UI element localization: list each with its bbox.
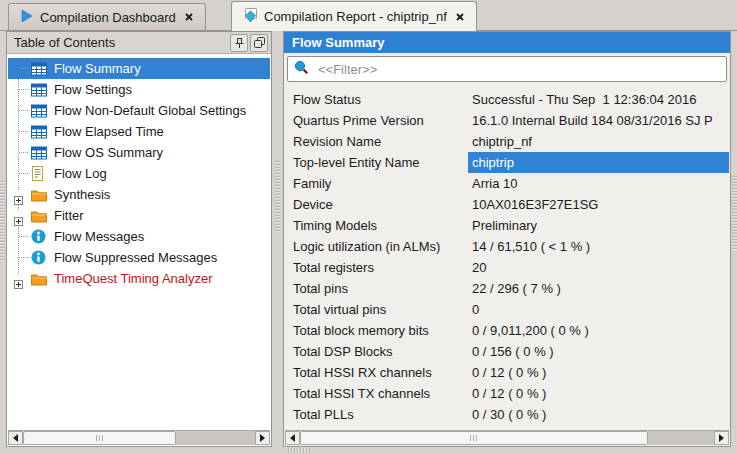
scrollbar-thumb[interactable] bbox=[300, 431, 648, 445]
report-row-timing-models[interactable]: Timing ModelsPreliminary bbox=[285, 215, 729, 236]
scroll-right-button[interactable] bbox=[255, 431, 270, 445]
toc-item-label: Flow OS Summary bbox=[54, 142, 163, 163]
flow-summary-header: Flow Summary bbox=[284, 32, 730, 53]
expand-plus-icon[interactable] bbox=[14, 211, 23, 220]
tree-guide-stub bbox=[19, 173, 28, 174]
row-label: Device bbox=[293, 194, 333, 215]
bottom-dock-splitter[interactable] bbox=[288, 448, 310, 453]
toc-item-timequest-timing-analyzer[interactable]: TimeQuest Timing Analyzer bbox=[8, 268, 270, 289]
toc-item-flow-os-summary[interactable]: Flow OS Summary bbox=[8, 142, 270, 163]
report-row-total-virtual-pins[interactable]: Total virtual pins0 bbox=[285, 299, 729, 320]
report-row-total-hssi-tx-channels[interactable]: Total HSSI TX channels0 / 12 ( 0 % ) bbox=[285, 383, 729, 404]
float-window-icon[interactable] bbox=[250, 34, 268, 52]
row-value[interactable]: 14 / 61,510 ( < 1 % ) bbox=[468, 236, 729, 257]
tree-guide-stub bbox=[19, 89, 28, 90]
row-value[interactable]: 20 bbox=[468, 257, 729, 278]
row-value[interactable]: 0 bbox=[468, 299, 729, 320]
tab-compilation-report[interactable]: Compilation Report - chiptrip_nf bbox=[231, 1, 477, 31]
row-label: Quartus Prime Version bbox=[293, 110, 424, 131]
row-value[interactable]: 16.1.0 Internal Build 184 08/31/2016 SJ … bbox=[468, 110, 729, 131]
row-value[interactable]: 0 / 12 ( 0 % ) bbox=[468, 362, 729, 383]
row-value[interactable]: Preliminary bbox=[468, 215, 729, 236]
tab-compilation-dashboard[interactable]: Compilation Dashboard bbox=[8, 3, 206, 30]
toc-item-fitter[interactable]: Fitter bbox=[8, 205, 270, 226]
expand-plus-icon[interactable] bbox=[14, 190, 23, 199]
scroll-right-button[interactable] bbox=[714, 431, 729, 445]
row-value[interactable]: 22 / 296 ( 7 % ) bbox=[468, 278, 729, 299]
row-value[interactable]: 0 / 156 ( 0 % ) bbox=[468, 341, 729, 362]
row-value[interactable]: chiptrip bbox=[468, 152, 729, 173]
report-row-device[interactable]: Device10AX016E3F27E1SG bbox=[285, 194, 729, 215]
toc-item-flow-summary[interactable]: Flow Summary bbox=[8, 58, 270, 79]
tree-guide-stub bbox=[19, 68, 28, 69]
row-value[interactable]: Successful - Thu Sep 1 12:36:04 2016 bbox=[468, 89, 729, 110]
tree-guide-stub bbox=[19, 152, 28, 153]
toc-header: Table of Contents bbox=[7, 32, 271, 54]
report-row-revision-name[interactable]: Revision Namechiptrip_nf bbox=[285, 131, 729, 152]
toc-item-label: TimeQuest Timing Analyzer bbox=[54, 268, 212, 289]
row-value[interactable]: 0 / 9,011,200 ( 0 % ) bbox=[468, 320, 729, 341]
table-icon bbox=[31, 61, 47, 76]
toc-title: Table of Contents bbox=[14, 35, 228, 50]
report-row-total-pins[interactable]: Total pins22 / 296 ( 7 % ) bbox=[285, 278, 729, 299]
toc-item-flow-messages[interactable]: Flow Messages bbox=[8, 226, 270, 247]
toc-item-label: Synthesis bbox=[54, 184, 110, 205]
pin-icon[interactable] bbox=[230, 34, 248, 52]
row-value[interactable]: chiptrip_nf bbox=[468, 131, 729, 152]
row-label: Logic utilization (in ALMs) bbox=[293, 236, 440, 257]
table-icon bbox=[31, 145, 47, 160]
row-value[interactable]: Arria 10 bbox=[468, 173, 729, 194]
table-icon bbox=[31, 124, 47, 139]
row-value[interactable]: 0 / 12 ( 0 % ) bbox=[468, 383, 729, 404]
filter-input[interactable] bbox=[316, 61, 720, 78]
tree-guide-stub bbox=[19, 131, 28, 132]
row-label: Total DSP Blocks bbox=[293, 341, 392, 362]
expand-plus-icon[interactable] bbox=[14, 274, 23, 283]
row-label: Revision Name bbox=[293, 131, 381, 152]
close-icon[interactable] bbox=[454, 11, 466, 23]
report-row-total-dsp-blocks[interactable]: Total DSP Blocks0 / 156 ( 0 % ) bbox=[285, 341, 729, 362]
report-row-flow-status[interactable]: Flow StatusSuccessful - Thu Sep 1 12:36:… bbox=[285, 89, 729, 110]
toc-item-label: Flow Elapsed Time bbox=[54, 121, 164, 142]
report-row-quartus-prime-version[interactable]: Quartus Prime Version16.1.0 Internal Bui… bbox=[285, 110, 729, 131]
row-value[interactable]: 10AX016E3F27E1SG bbox=[468, 194, 729, 215]
folder-icon bbox=[31, 187, 47, 202]
report-horizontal-scrollbar[interactable] bbox=[285, 430, 729, 445]
scrollbar-track[interactable] bbox=[648, 431, 714, 445]
toc-item-flow-suppressed-messages[interactable]: Flow Suppressed Messages bbox=[8, 247, 270, 268]
flow-summary-title: Flow Summary bbox=[292, 35, 384, 50]
toc-item-flow-settings[interactable]: Flow Settings bbox=[8, 79, 270, 100]
report-row-family[interactable]: FamilyArria 10 bbox=[285, 173, 729, 194]
close-icon[interactable] bbox=[183, 11, 195, 23]
report-row-top-level-entity-name[interactable]: Top-level Entity Namechiptrip bbox=[285, 152, 729, 173]
flow-summary-panel: Flow Summary Flow StatusSuccessful - Thu… bbox=[283, 31, 731, 447]
toc-item-synthesis[interactable]: Synthesis bbox=[8, 184, 270, 205]
folder-icon bbox=[31, 271, 47, 286]
toc-item-flow-elapsed-time[interactable]: Flow Elapsed Time bbox=[8, 121, 270, 142]
right-dock-splitter[interactable] bbox=[731, 31, 737, 447]
panel-splitter[interactable] bbox=[272, 31, 283, 447]
tree-guide-stub bbox=[19, 236, 28, 237]
report-row-logic-utilization-in-alms[interactable]: Logic utilization (in ALMs)14 / 61,510 (… bbox=[285, 236, 729, 257]
scrollbar-track[interactable] bbox=[176, 431, 255, 445]
row-label: Total HSSI TX channels bbox=[293, 383, 430, 404]
toc-item-flow-non-default-global-settings[interactable]: Flow Non-Default Global Settings bbox=[8, 100, 270, 121]
report-row-total-hssi-rx-channels[interactable]: Total HSSI RX channels0 / 12 ( 0 % ) bbox=[285, 362, 729, 383]
report-row-total-registers[interactable]: Total registers20 bbox=[285, 257, 729, 278]
report-row-total-plls[interactable]: Total PLLs0 / 30 ( 0 % ) bbox=[285, 404, 729, 425]
scroll-left-button[interactable] bbox=[285, 431, 300, 445]
row-label: Family bbox=[293, 173, 331, 194]
row-label: Total block memory bits bbox=[293, 320, 429, 341]
scroll-left-button[interactable] bbox=[8, 431, 23, 445]
tab-label: Compilation Report - chiptrip_nf bbox=[264, 9, 447, 24]
quartus-compilation-report-window: Compilation Dashboard Compilation Report… bbox=[0, 0, 737, 454]
scrollbar-thumb[interactable] bbox=[23, 431, 176, 445]
toc-horizontal-scrollbar[interactable] bbox=[8, 430, 270, 445]
report-row-total-block-memory-bits[interactable]: Total block memory bits0 / 9,011,200 ( 0… bbox=[285, 320, 729, 341]
toc-item-label: Flow Non-Default Global Settings bbox=[54, 100, 246, 121]
tab-label: Compilation Dashboard bbox=[40, 10, 176, 25]
row-value[interactable]: 0 / 30 ( 0 % ) bbox=[468, 404, 729, 425]
report-icon bbox=[242, 8, 257, 26]
row-label: Total pins bbox=[293, 278, 348, 299]
toc-item-flow-log[interactable]: Flow Log bbox=[8, 163, 270, 184]
